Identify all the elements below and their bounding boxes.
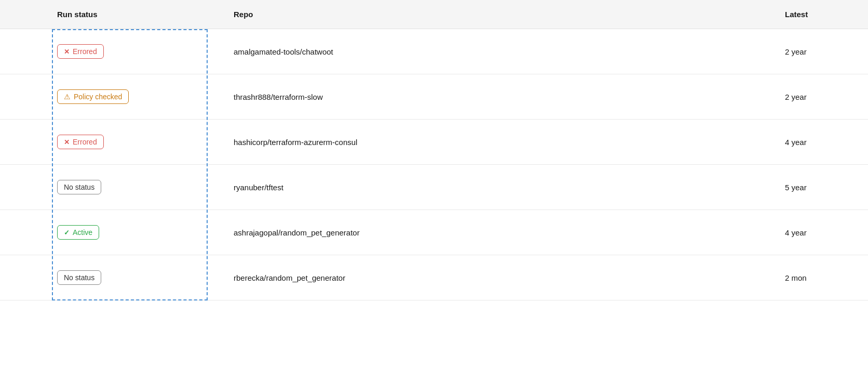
cell-latest-4: 5 year bbox=[785, 183, 868, 192]
badge-no-status-4[interactable]: No status bbox=[57, 180, 101, 194]
header-latest: Latest bbox=[785, 10, 868, 19]
table-row[interactable]: ✓ Active ashrajagopal/random_pet_generat… bbox=[0, 210, 868, 255]
badge-label-4: No status bbox=[64, 183, 94, 191]
cell-status-2: ⚠ Policy checked bbox=[0, 89, 213, 104]
cell-status-5: ✓ Active bbox=[0, 225, 213, 240]
table-row[interactable]: No status rberecka/random_pet_generator … bbox=[0, 255, 868, 300]
x-icon-3: ✕ bbox=[64, 138, 70, 146]
cell-status-3: ✕ Errored bbox=[0, 135, 213, 149]
badge-label-6: No status bbox=[64, 273, 94, 282]
x-icon-1: ✕ bbox=[64, 48, 70, 56]
cell-latest-6: 2 mon bbox=[785, 273, 868, 282]
cell-status-1: ✕ Errored bbox=[0, 44, 213, 59]
header-repo: Repo bbox=[213, 10, 785, 19]
badge-no-status-6[interactable]: No status bbox=[57, 270, 101, 285]
header-run-status: Run status bbox=[0, 10, 213, 19]
cell-latest-3: 4 year bbox=[785, 138, 868, 147]
badge-errored-3[interactable]: ✕ Errored bbox=[57, 135, 104, 149]
cell-repo-5: ashrajagopal/random_pet_generator bbox=[213, 228, 785, 237]
main-table: Run status Repo Latest ✕ Errored amalgam… bbox=[0, 0, 868, 367]
table-header: Run status Repo Latest bbox=[0, 0, 868, 29]
table-row[interactable]: No status ryanuber/tftest 5 year bbox=[0, 165, 868, 210]
cell-repo-3: hashicorp/terraform-azurerm-consul bbox=[213, 138, 785, 147]
cell-latest-5: 4 year bbox=[785, 228, 868, 237]
badge-policy-2[interactable]: ⚠ Policy checked bbox=[57, 89, 129, 104]
badge-label-2: Policy checked bbox=[74, 93, 122, 101]
cell-repo-4: ryanuber/tftest bbox=[213, 183, 785, 192]
cell-repo-6: rberecka/random_pet_generator bbox=[213, 273, 785, 282]
cell-repo-1: amalgamated-tools/chatwoot bbox=[213, 47, 785, 56]
cell-latest-2: 2 year bbox=[785, 93, 868, 101]
cell-repo-2: thrashr888/terraform-slow bbox=[213, 93, 785, 101]
badge-errored-1[interactable]: ✕ Errored bbox=[57, 44, 104, 59]
badge-label-5: Active bbox=[73, 228, 92, 237]
badge-label-1: Errored bbox=[73, 47, 97, 56]
badge-active-5[interactable]: ✓ Active bbox=[57, 225, 99, 240]
badge-label-3: Errored bbox=[73, 138, 97, 146]
rows-container: ✕ Errored amalgamated-tools/chatwoot 2 y… bbox=[0, 29, 868, 300]
table-row[interactable]: ⚠ Policy checked thrashr888/terraform-sl… bbox=[0, 74, 868, 120]
cell-status-4: No status bbox=[0, 180, 213, 194]
check-icon-5: ✓ bbox=[64, 229, 70, 237]
cell-latest-1: 2 year bbox=[785, 47, 868, 56]
table-row[interactable]: ✕ Errored hashicorp/terraform-azurerm-co… bbox=[0, 120, 868, 165]
cell-status-6: No status bbox=[0, 270, 213, 285]
table-row[interactable]: ✕ Errored amalgamated-tools/chatwoot 2 y… bbox=[0, 29, 868, 74]
warning-icon-2: ⚠ bbox=[64, 93, 71, 101]
